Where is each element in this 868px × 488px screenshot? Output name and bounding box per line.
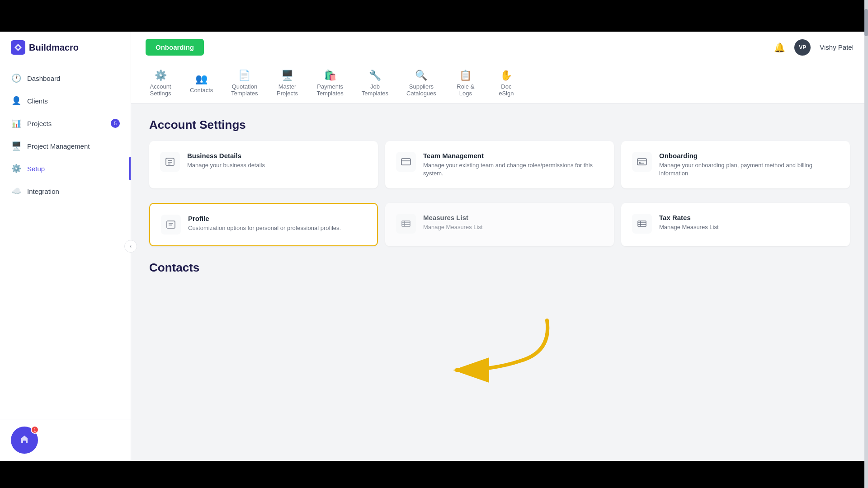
notification-bot[interactable]: 1: [11, 427, 38, 454]
tab-label: QuotationTemplates: [231, 83, 258, 97]
card-description: Manage your business details: [187, 161, 265, 169]
sidebar-item-label: Setup: [27, 165, 45, 173]
nav-tabs: ⚙️ AccountSettings 👥 Contacts 📄 Quotatio…: [131, 63, 868, 103]
projects-badge: 5: [111, 119, 120, 128]
business-details-content: Business Details Manage your business de…: [187, 152, 265, 169]
team-management-content: Team Management Manage your existing tea…: [423, 152, 603, 178]
tab-account-settings[interactable]: ⚙️ AccountSettings: [140, 63, 181, 103]
doc-esign-icon: ✋: [500, 70, 512, 81]
card-business-details[interactable]: Business Details Manage your business de…: [149, 141, 378, 188]
header-right: 🔔 VP Vishy Patel: [774, 39, 854, 56]
tab-doc-esign[interactable]: ✋ DoceSign: [486, 63, 527, 103]
user-name: Vishy Patel: [820, 43, 854, 51]
scrollbar-thumb[interactable]: [864, 9, 868, 36]
tab-contacts[interactable]: 👥 Contacts: [181, 67, 222, 100]
tab-label: MasterProjects: [277, 83, 298, 97]
svg-rect-12: [167, 221, 175, 228]
card-description: Manage your onboarding plan, payment met…: [659, 161, 839, 178]
onboarding-button[interactable]: Onboarding: [146, 39, 204, 56]
tab-job-templates[interactable]: 🔧 JobTemplates: [353, 63, 397, 103]
card-title: Measures List: [423, 214, 483, 221]
tax-rates-icon: [632, 214, 652, 234]
svg-rect-6: [401, 159, 410, 165]
business-details-icon: [160, 152, 180, 172]
role-logs-icon: 📋: [459, 70, 472, 81]
svg-rect-1: [23, 441, 26, 443]
logo: Buildmacro: [0, 32, 131, 63]
bell-icon[interactable]: 🔔: [774, 42, 785, 53]
clients-icon: 👤: [11, 96, 22, 106]
card-description: Manage Measures List: [423, 223, 483, 231]
card-profile[interactable]: Profile Customization options for person…: [149, 203, 378, 246]
logo-text: Buildmacro: [29, 42, 79, 53]
svg-point-10: [639, 163, 641, 164]
tab-label: DoceSign: [499, 83, 514, 97]
card-description: Manage Measures List: [659, 223, 719, 231]
onboarding-content: Onboarding Manage your onboarding plan, …: [659, 152, 839, 178]
tab-master-projects[interactable]: 🖥️ MasterProjects: [267, 63, 308, 103]
account-settings-icon: ⚙️: [155, 70, 167, 81]
measures-list-content: Measures List Manage Measures List: [423, 214, 483, 231]
sidebar-item-projects[interactable]: 📊 Projects 5: [0, 112, 131, 135]
sidebar-item-label: Projects: [27, 120, 52, 127]
sidebar-item-dashboard[interactable]: 🕐 Dashboard: [0, 67, 131, 89]
arrow-annotation: [420, 316, 565, 397]
project-management-icon: 🖥️: [11, 141, 22, 151]
main-area: Onboarding 🔔 VP Vishy Patel ⚙️ AccountSe…: [131, 32, 868, 461]
tab-label: PaymentsTemplates: [317, 83, 344, 97]
tab-label: SuppliersCatalogues: [406, 83, 436, 97]
contacts-title: Contacts: [149, 261, 850, 275]
sidebar-item-label: Clients: [27, 97, 48, 105]
svg-rect-15: [402, 221, 410, 226]
dashboard-icon: 🕐: [11, 73, 22, 83]
tab-label: AccountSettings: [150, 83, 171, 97]
content-area: Account Settings: [131, 103, 868, 461]
card-measures-list[interactable]: Measures List Manage Measures List: [385, 203, 614, 246]
scrollbar[interactable]: [864, 0, 868, 488]
card-title: Onboarding: [659, 152, 839, 160]
bot-badge: 1: [31, 426, 39, 434]
user-avatar: VP: [794, 39, 811, 56]
card-tax-rates[interactable]: Tax Rates Manage Measures List: [621, 203, 850, 246]
tab-role-logs[interactable]: 📋 Role &Logs: [445, 63, 486, 103]
job-templates-icon: 🔧: [369, 70, 381, 81]
tab-label: JobTemplates: [362, 83, 388, 97]
profile-content: Profile Customization options for person…: [188, 215, 341, 232]
sidebar-item-setup[interactable]: ⚙️ Setup: [0, 157, 131, 180]
top-header: Onboarding 🔔 VP Vishy Patel: [131, 32, 868, 63]
tax-rates-content: Tax Rates Manage Measures List: [659, 214, 719, 231]
projects-icon: 📊: [11, 118, 22, 128]
cards-grid-row1: Business Details Manage your business de…: [149, 141, 850, 188]
contacts-icon: 👥: [195, 73, 208, 85]
tab-label: Role &Logs: [457, 83, 474, 97]
sidebar-collapse-button[interactable]: ‹: [124, 240, 137, 253]
sidebar-item-project-management[interactable]: 🖥️ Project Management: [0, 135, 131, 157]
card-onboarding[interactable]: Onboarding Manage your onboarding plan, …: [621, 141, 850, 188]
sidebar-item-label: Project Management: [27, 142, 90, 150]
integration-icon: ☁️: [11, 186, 22, 196]
sidebar-item-label: Dashboard: [27, 75, 60, 82]
sidebar-nav: 🕐 Dashboard 👤 Clients 📊 Projects 5 🖥️ Pr…: [0, 63, 131, 419]
sidebar-item-label: Integration: [27, 188, 59, 195]
card-title: Team Management: [423, 152, 603, 160]
card-title: Profile: [188, 215, 341, 222]
cards-grid-row2: Profile Customization options for person…: [149, 203, 850, 246]
sidebar-item-integration[interactable]: ☁️ Integration: [0, 180, 131, 202]
svg-rect-8: [637, 159, 646, 165]
card-description: Manage your existing team and change rol…: [423, 161, 603, 178]
setup-icon: ⚙️: [11, 164, 22, 174]
card-description: Customization options for personal or pr…: [188, 224, 341, 232]
card-title: Tax Rates: [659, 214, 719, 221]
sidebar: Buildmacro 🕐 Dashboard 👤 Clients 📊 Proje…: [0, 32, 131, 461]
master-projects-icon: 🖥️: [281, 70, 293, 81]
measures-list-icon: [396, 214, 416, 234]
onboarding-icon: [632, 152, 652, 172]
payments-templates-icon: 🛍️: [324, 70, 336, 81]
tab-suppliers-catalogues[interactable]: 🔍 SuppliersCatalogues: [397, 63, 445, 103]
sidebar-item-clients[interactable]: 👤 Clients: [0, 89, 131, 112]
card-team-management[interactable]: Team Management Manage your existing tea…: [385, 141, 614, 188]
profile-icon: [161, 215, 181, 235]
tab-payments-templates[interactable]: 🛍️ PaymentsTemplates: [308, 63, 353, 103]
tab-label: Contacts: [190, 87, 213, 94]
tab-quotation-templates[interactable]: 📄 QuotationTemplates: [222, 63, 267, 103]
